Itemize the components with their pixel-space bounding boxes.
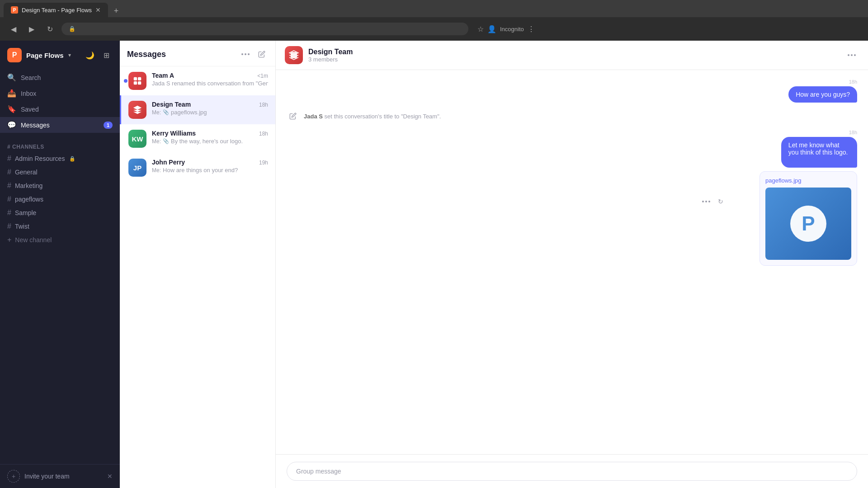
mention: @Kerry W (788, 156, 819, 163)
message-content-area: Let me know what you think of this logo.… (731, 137, 857, 266)
toolbar-icons: ☆ 👤 Incognito ⋮ (477, 25, 535, 33)
sidebar-item-messages-label: Messages (21, 122, 50, 129)
channel-pageflows-label: pageflows (15, 196, 43, 203)
conversation-item-kerry-williams[interactable]: KW Kerry Williams 18h Me: 📎 By the way, … (120, 124, 275, 153)
sidebar-item-saved-label: Saved (21, 106, 39, 113)
sidebar-item-sample[interactable]: # Sample (0, 206, 120, 220)
sidebar-item-pageflows[interactable]: # pageflows (0, 192, 120, 206)
attachment-card: pageflows.jpg P (760, 171, 857, 266)
channels-header-text: Channels (12, 144, 44, 150)
message-top: Team A <1m (152, 72, 268, 79)
reload-button[interactable]: ↻ (43, 23, 56, 35)
sidebar-item-search[interactable]: 🔍 Search (0, 70, 120, 85)
workspace-selector[interactable]: P Page Flows ▾ (7, 48, 71, 62)
design-team-icon (288, 50, 299, 61)
sidebar-item-inbox-label: Inbox (21, 90, 36, 97)
outgoing-message-2: 18h ↻ Let me know what you think of this… (287, 130, 857, 266)
inbox-icon: 📥 (7, 89, 16, 98)
svg-rect-0 (134, 77, 137, 80)
message-preview: Jada S renamed this conversation from "G… (152, 80, 268, 87)
hash-icon: # (7, 168, 11, 176)
message-preview: Me: 📎 pageflows.jpg (152, 109, 268, 116)
sidebar-item-inbox[interactable]: 📥 Inbox (0, 85, 120, 101)
attachment-icon: 📎 (163, 138, 169, 144)
system-message: Jada S set this conversation's title to … (287, 110, 857, 122)
new-tab-button[interactable]: + (110, 5, 123, 17)
preview-text: By the way, here's our logo. (171, 138, 243, 145)
layout-toggle-button[interactable]: ⊞ (100, 49, 113, 61)
sender-name: Team A (152, 72, 174, 79)
three-dots-icon (702, 201, 710, 202)
team-a-avatar-icon (132, 76, 142, 86)
active-tab[interactable]: P Design Team - Page Flows ✕ (4, 3, 108, 17)
menu-icon[interactable]: ⋮ (528, 25, 535, 33)
messages-panel-header: Messages (120, 41, 275, 66)
message-timestamp: 18h (849, 130, 857, 135)
back-button[interactable]: ◀ (7, 23, 20, 35)
conversation-header: Design Team 3 members (276, 41, 868, 70)
do-not-disturb-button[interactable]: 🌙 (84, 49, 96, 61)
lock-icon: 🔒 (69, 156, 75, 162)
message-more-button[interactable] (700, 195, 712, 208)
add-channel-button[interactable]: + New channel (0, 233, 120, 247)
browser-tabs: P Design Team - Page Flows ✕ + (0, 0, 868, 17)
conversation-content-team-a: Team A <1m Jada S renamed this conversat… (152, 72, 268, 87)
conversation-name: Design Team (308, 48, 353, 56)
message-input[interactable]: Group message (287, 462, 857, 481)
sidebar-item-general[interactable]: # General (0, 165, 120, 179)
lock-icon: 🔒 (69, 26, 75, 32)
incognito-label: Incognito (500, 26, 524, 33)
conversation-content-kerry: Kerry Williams 18h Me: 📎 By the way, her… (152, 130, 268, 145)
forward-button[interactable]: ▶ (25, 23, 38, 35)
me-label: Me: (152, 109, 161, 116)
invite-team-button[interactable]: + Invite your team ✕ (0, 464, 120, 488)
conversation-more-button[interactable] (844, 48, 859, 62)
pageflows-logo: P (790, 206, 826, 242)
bookmark-icon[interactable]: ☆ (477, 25, 484, 33)
sidebar-item-twist[interactable]: # Twist (0, 220, 120, 233)
channels-section: # Channels # Admin Resources 🔒 # General… (0, 136, 120, 249)
message-top: Design Team 18h (152, 101, 268, 108)
invite-icon: + (7, 470, 20, 483)
three-dots-icon (241, 53, 250, 55)
messages-badge: 1 (104, 122, 113, 129)
svg-rect-3 (138, 81, 141, 84)
unread-indicator (124, 79, 127, 83)
message-react-button[interactable]: ↻ (714, 195, 727, 208)
conversation-info: Design Team 3 members (285, 46, 353, 64)
message-timestamp: 18h (849, 79, 857, 84)
channels-header: # Channels (0, 142, 120, 152)
messages-more-button[interactable] (239, 48, 252, 61)
system-message-text: Jada S set this conversation's title to … (304, 113, 441, 120)
sidebar-header: P Page Flows ▾ 🌙 ⊞ (0, 41, 120, 66)
conversation-item-john-perry[interactable]: JP John Perry 19h Me: How are things on … (120, 153, 275, 182)
message-preview: Me: How are things on your end? (152, 167, 268, 174)
me-label: Me: (152, 167, 161, 174)
sidebar-item-messages[interactable]: 💬 Messages 1 (0, 117, 120, 133)
profile-icon[interactable]: 👤 (487, 25, 496, 33)
sidebar-item-marketing[interactable]: # Marketing (0, 179, 120, 192)
message-action-buttons: ↻ (700, 195, 727, 208)
sidebar-header-actions: 🌙 ⊞ (84, 49, 113, 61)
address-bar[interactable]: 🔒 twist.com/a/225310/msg/1582121/ (61, 23, 468, 35)
sender-name: John Perry (152, 159, 185, 166)
url-input[interactable]: twist.com/a/225310/msg/1582121/ (79, 25, 461, 33)
message-bubble: Let me know what you think of this logo.… (781, 137, 857, 168)
main-content: Design Team 3 members 18h How are you gu… (276, 41, 868, 488)
saved-icon: 🔖 (7, 105, 16, 113)
tab-close-button[interactable]: ✕ (95, 6, 101, 14)
message-top: Kerry Williams 18h (152, 130, 268, 137)
tab-favicon: P (11, 6, 18, 14)
conversation-item-design-team[interactable]: Design Team 18h Me: 📎 pageflows.jpg (120, 95, 275, 124)
hash-icon: # (7, 209, 11, 217)
sidebar-item-admin-resources[interactable]: # Admin Resources 🔒 (0, 152, 120, 165)
app: P Page Flows ▾ 🌙 ⊞ 🔍 Search 📥 Inbox 🔖 Sa… (0, 41, 868, 488)
compose-button[interactable] (255, 48, 268, 61)
sidebar-item-search-label: Search (21, 74, 41, 81)
tab-title: Design Team - Page Flows (22, 7, 92, 14)
messages-area: 18h How are you guys? Jada S set this co… (276, 70, 868, 454)
sidebar-item-saved[interactable]: 🔖 Saved (0, 101, 120, 117)
conversation-item-team-a[interactable]: Team A <1m Jada S renamed this conversat… (120, 66, 275, 95)
hash-icon: # (7, 195, 11, 203)
invite-close-button[interactable]: ✕ (107, 473, 113, 480)
